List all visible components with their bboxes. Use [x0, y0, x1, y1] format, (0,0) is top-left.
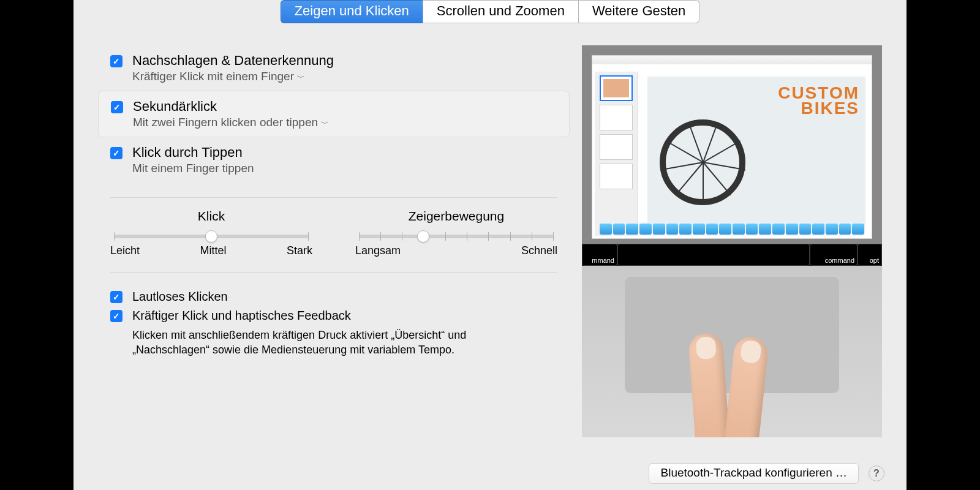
trackpad-prefs-window: Zeigen und Klicken Scrollen und Zoomen W…	[74, 0, 907, 490]
sliders: Klick Leicht Mittel Stark Zeigerbeweg	[98, 209, 570, 257]
checkbox-secondary[interactable]: ✓	[111, 101, 123, 113]
checkbox-lookup[interactable]: ✓	[110, 55, 123, 67]
slider-click-max: Stark	[287, 244, 312, 257]
option-silent-label: Lautloses Klicken	[132, 290, 228, 304]
option-secondary-click[interactable]: ✓ Sekundärklick Mit zwei Fingern klicken…	[98, 91, 570, 137]
divider	[110, 197, 557, 198]
gesture-preview: CUSTOMBIKES	[582, 45, 882, 437]
slider-pointer-title: Zeigerbewegung	[355, 209, 557, 224]
slider-pointer-knob[interactable]	[417, 230, 429, 243]
option-lookup[interactable]: ✓ Nachschlagen & Datenerkennung Kräftige…	[98, 45, 570, 91]
option-tap-to-click[interactable]: ✓ Klick durch Tippen Mit einem Finger ti…	[98, 137, 570, 183]
divider	[110, 272, 557, 273]
slider-click-min: Leicht	[110, 244, 140, 257]
options-column: ✓ Nachschlagen & Datenerkennung Kräftige…	[98, 45, 570, 437]
slider-pointer-min: Langsam	[355, 244, 401, 257]
tab-scroll-zoom[interactable]: Scrollen und Zoomen	[423, 0, 579, 23]
slider-click: Klick Leicht Mittel Stark	[110, 209, 312, 257]
slider-pointer-max: Schnell	[521, 244, 557, 257]
checkbox-tap[interactable]: ✓	[110, 147, 123, 159]
slider-pointer: Zeigerbewegung Langsam Schnell	[355, 209, 557, 257]
tab-point-click[interactable]: Zeigen und Klicken	[281, 0, 423, 23]
option-secondary-title: Sekundärklick	[133, 99, 329, 115]
slider-click-knob[interactable]	[205, 230, 217, 243]
slider-click-mid: Mittel	[200, 244, 227, 257]
option-tap-sub: Mit einem Finger tippen	[132, 162, 254, 175]
slider-click-track[interactable]	[114, 235, 309, 238]
option-force-label: Kräftiger Klick und haptisches Feedback	[132, 309, 351, 323]
tabs: Zeigen und Klicken Scrollen und Zoomen W…	[74, 0, 907, 23]
slider-pointer-track[interactable]	[359, 235, 554, 238]
configure-bluetooth-button[interactable]: Bluetooth-Trackpad konfigurieren …	[649, 463, 859, 484]
tab-more-gestures[interactable]: Weitere Gesten	[579, 0, 699, 23]
chevron-down-icon: ﹀	[321, 119, 329, 128]
option-lookup-title: Nachschlagen & Datenerkennung	[132, 53, 334, 69]
option-force-click[interactable]: ✓ Kräftiger Klick und haptisches Feedbac…	[110, 309, 557, 323]
chevron-down-icon: ﹀	[297, 73, 305, 82]
checkbox-force[interactable]: ✓	[110, 310, 123, 322]
slider-click-title: Klick	[110, 209, 312, 224]
option-secondary-sub[interactable]: Mit zwei Fingern klicken oder tippen ﹀	[133, 116, 329, 129]
extras: ✓ Lautloses Klicken ✓ Kräftiger Klick un…	[98, 284, 570, 358]
option-silent-click[interactable]: ✓ Lautloses Klicken	[110, 290, 557, 304]
help-button[interactable]: ?	[869, 466, 884, 481]
option-lookup-sub[interactable]: Kräftiger Klick mit einem Finger ﹀	[132, 70, 334, 83]
preview-screen: CUSTOMBIKES	[592, 55, 872, 239]
option-tap-title: Klick durch Tippen	[132, 145, 254, 160]
checkbox-silent[interactable]: ✓	[110, 291, 123, 303]
option-force-desc: Klicken mit anschließendem kräftigen Dru…	[132, 328, 537, 358]
